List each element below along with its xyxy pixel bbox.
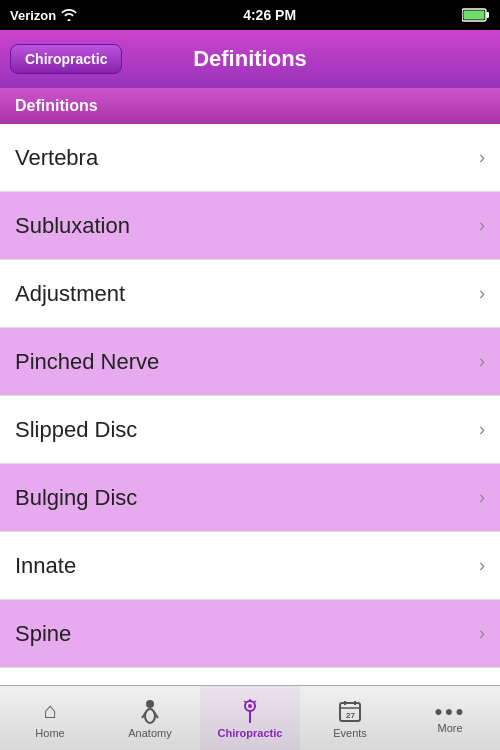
status-bar: Verizon 4:26 PM [0,0,500,30]
svg-point-3 [146,700,154,708]
tab-bar: ⌂ Home Anatomy Chiropractic 27 [0,685,500,750]
list-item-label: Pinched Nerve [15,349,159,375]
svg-rect-1 [486,12,489,18]
list-item-label: Innate [15,553,76,579]
svg-line-10 [254,701,256,703]
events-icon: 27 [337,698,363,724]
tab-chiropractic[interactable]: Chiropractic [200,686,300,750]
status-right [462,8,490,22]
section-header-label: Definitions [15,97,98,115]
tab-events[interactable]: 27 Events [300,686,400,750]
list-item-label: Adjustment [15,281,125,307]
chevron-icon: › [479,215,485,236]
chevron-icon: › [479,419,485,440]
list-item[interactable]: Pinched Nerve › [0,328,500,396]
list-item[interactable]: Slipped Disc › [0,396,500,464]
list-item[interactable]: Spine › [0,600,500,668]
list-item[interactable]: Innate › [0,532,500,600]
chevron-icon: › [479,147,485,168]
list-item[interactable]: Subluxation › [0,192,500,260]
section-header: Definitions [0,88,500,124]
back-button[interactable]: Chiropractic [10,44,122,74]
tab-more-label: More [437,722,462,734]
svg-point-4 [145,709,155,723]
home-icon: ⌂ [43,698,56,724]
chevron-icon: › [479,283,485,304]
svg-point-12 [248,704,252,708]
tab-anatomy-label: Anatomy [128,727,171,739]
list-item[interactable]: Bulging Disc › [0,464,500,532]
tab-chiropractic-label: Chiropractic [218,727,283,739]
tab-anatomy[interactable]: Anatomy [100,686,200,750]
nav-title: Definitions [193,46,307,72]
svg-rect-2 [463,11,484,20]
list-item[interactable]: Vertebra › [0,124,500,192]
chevron-icon: › [479,487,485,508]
definitions-list: Vertebra › Subluxation › Adjustment › Pi… [0,124,500,668]
battery-icon [462,8,490,22]
list-item-label: Spine [15,621,71,647]
svg-text:27: 27 [346,711,355,720]
chevron-icon: › [479,555,485,576]
list-item-label: Bulging Disc [15,485,137,511]
tab-home-label: Home [35,727,64,739]
nav-header: Chiropractic Definitions [0,30,500,88]
chiropractic-icon [237,698,263,724]
list-item-label: Subluxation [15,213,130,239]
tab-events-label: Events [333,727,367,739]
more-icon: ●●● [434,703,465,719]
carrier-label: Verizon [10,8,56,23]
chevron-icon: › [479,623,485,644]
list-item-label: Vertebra [15,145,98,171]
wifi-icon [61,9,77,21]
anatomy-icon [137,698,163,724]
status-time: 4:26 PM [243,7,296,23]
tab-more[interactable]: ●●● More [400,686,500,750]
list-item[interactable]: Adjustment › [0,260,500,328]
tab-home[interactable]: ⌂ Home [0,686,100,750]
chevron-icon: › [479,351,485,372]
status-left: Verizon [10,8,77,23]
svg-line-9 [244,701,246,703]
list-item-label: Slipped Disc [15,417,137,443]
